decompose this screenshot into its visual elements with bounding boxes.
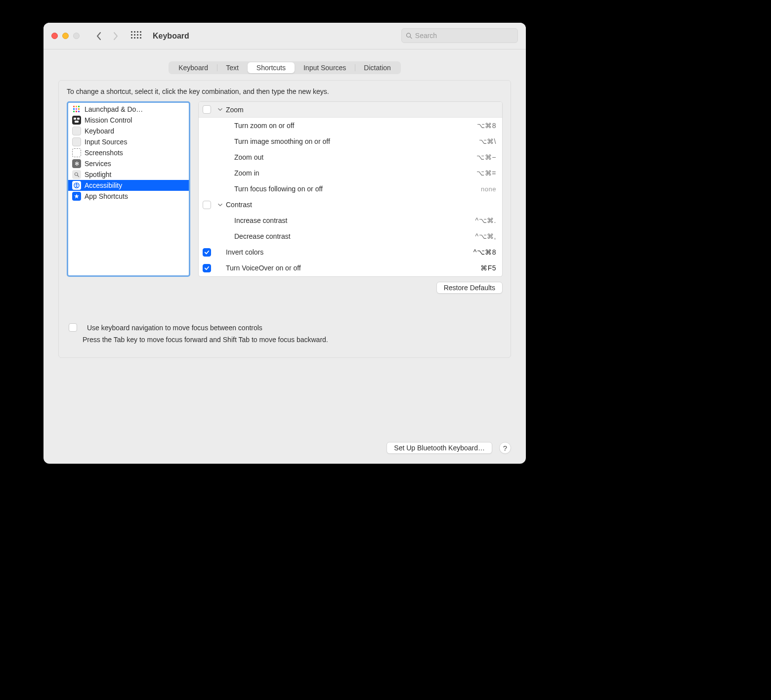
shortcut-key[interactable]: ⌘F5	[480, 264, 496, 272]
shortcut-row[interactable]: Turn zoom on or off ⌥⌘8	[199, 118, 502, 133]
svg-line-6	[78, 175, 79, 177]
launchpad-icon	[72, 105, 81, 114]
svg-line-1	[410, 37, 412, 38]
shortcut-key[interactable]: ^⌥⌘,	[475, 232, 496, 240]
group-contrast-checkbox[interactable]	[203, 201, 211, 209]
shortcut-key[interactable]: ⌥⌘\	[479, 137, 496, 145]
svg-point-8	[76, 183, 77, 184]
shortcut-row-voiceover[interactable]: Turn VoiceOver on or off ⌘F5	[199, 260, 502, 276]
footer: Set Up Bluetooth Keyboard… ?	[386, 442, 511, 454]
traffic-lights	[51, 33, 80, 39]
preferences-window: Keyboard Keyboard Text Shortcuts Input S…	[43, 23, 526, 464]
spotlight-icon	[72, 170, 81, 179]
shortcut-row[interactable]: Turn image smoothing on or off ⌥⌘\	[199, 133, 502, 149]
shortcut-key[interactable]: none	[481, 185, 496, 193]
category-mission-control[interactable]: Mission Control	[68, 115, 189, 126]
shortcut-label: Decrease contrast	[234, 232, 475, 240]
titlebar: Keyboard	[43, 23, 526, 49]
accessibility-icon	[72, 181, 81, 190]
tab-input-sources[interactable]: Input Sources	[295, 62, 355, 73]
shortcut-row[interactable]: Zoom out ⌥⌘−	[199, 149, 502, 165]
invert-colors-checkbox[interactable]	[203, 248, 211, 257]
category-label: Launchpad & Do…	[85, 105, 143, 113]
window-title: Keyboard	[153, 32, 189, 41]
group-zoom-checkbox[interactable]	[203, 105, 211, 114]
group-zoom[interactable]: Zoom	[199, 102, 502, 118]
shortcut-row[interactable]: Increase contrast ^⌥⌘.	[199, 213, 502, 228]
keyboard-navigation-checkbox[interactable]	[69, 323, 77, 332]
show-all-icon[interactable]	[131, 31, 141, 41]
shortcut-key[interactable]: ⌥⌘8	[477, 122, 496, 130]
shortcut-row[interactable]: Zoom in ⌥⌘=	[199, 165, 502, 181]
shortcut-key[interactable]: ⌥⌘−	[476, 153, 496, 161]
category-label: Services	[85, 160, 111, 168]
tab-bar: Keyboard Text Shortcuts Input Sources Di…	[169, 61, 401, 74]
zoom-window-button[interactable]	[73, 33, 80, 39]
svg-rect-3	[77, 118, 80, 120]
shortcut-row-invert-colors[interactable]: Invert colors ^⌥⌘8	[199, 244, 502, 260]
shortcut-label: Increase contrast	[234, 217, 475, 224]
group-contrast[interactable]: Contrast	[199, 197, 502, 213]
category-launchpad[interactable]: Launchpad & Do…	[68, 104, 189, 115]
shortcut-key[interactable]: ^⌥⌘8	[473, 248, 496, 256]
category-list[interactable]: Launchpad & Do… Mission Control Keyboard…	[67, 101, 190, 277]
input-sources-icon	[72, 137, 81, 146]
category-label: Spotlight	[85, 171, 111, 178]
keyboard-navigation-section: Use keyboard navigation to move focus be…	[69, 323, 503, 344]
category-label: Mission Control	[85, 116, 132, 124]
category-label: Input Sources	[85, 138, 127, 146]
shortcut-row[interactable]: Turn focus following on or off none	[199, 181, 502, 197]
mission-control-icon	[72, 116, 81, 125]
shortcut-label: Invert colors	[226, 248, 473, 256]
group-label: Contrast	[226, 201, 496, 209]
shortcut-row[interactable]: Decrease contrast ^⌥⌘,	[199, 228, 502, 244]
disclosure-icon[interactable]	[216, 203, 224, 207]
shortcut-label: Zoom out	[234, 153, 476, 161]
category-spotlight[interactable]: Spotlight	[68, 169, 189, 180]
shortcut-label: Turn focus following on or off	[234, 185, 481, 193]
tab-dictation[interactable]: Dictation	[355, 62, 399, 73]
category-keyboard[interactable]: Keyboard	[68, 126, 189, 136]
keyboard-navigation-sub: Press the Tab key to move focus forward …	[83, 336, 503, 344]
setup-bluetooth-button[interactable]: Set Up Bluetooth Keyboard…	[386, 442, 492, 454]
restore-defaults-button[interactable]: Restore Defaults	[436, 282, 503, 294]
category-screenshots[interactable]: Screenshots	[68, 147, 189, 158]
category-services[interactable]: ✻ Services	[68, 158, 189, 169]
nav-back-button[interactable]	[95, 31, 102, 42]
minimize-window-button[interactable]	[62, 33, 69, 39]
group-label: Zoom	[226, 106, 496, 114]
search-field[interactable]	[401, 28, 518, 43]
svg-rect-2	[74, 118, 76, 120]
close-window-button[interactable]	[51, 33, 58, 39]
category-input-sources[interactable]: Input Sources	[68, 136, 189, 147]
shortcut-label: Turn image smoothing on or off	[234, 137, 479, 145]
screenshots-icon	[72, 148, 81, 157]
tab-keyboard[interactable]: Keyboard	[170, 62, 217, 73]
category-label: Keyboard	[85, 127, 114, 135]
hint-text: To change a shortcut, select it, click t…	[67, 88, 503, 95]
tab-text[interactable]: Text	[217, 62, 248, 73]
category-accessibility[interactable]: Accessibility	[68, 180, 189, 191]
disclosure-icon[interactable]	[216, 107, 224, 112]
search-input[interactable]	[415, 32, 514, 40]
shortcut-key[interactable]: ^⌥⌘.	[475, 217, 496, 224]
split-view: Launchpad & Do… Mission Control Keyboard…	[67, 101, 503, 277]
voiceover-checkbox[interactable]	[203, 264, 211, 272]
category-app-shortcuts[interactable]: App Shortcuts	[68, 191, 189, 202]
help-button[interactable]: ?	[499, 442, 511, 454]
shortcut-key[interactable]: ⌥⌘=	[476, 169, 496, 177]
shortcuts-panel: To change a shortcut, select it, click t…	[58, 80, 511, 358]
shortcut-label: Turn VoiceOver on or off	[226, 264, 480, 272]
tab-shortcuts[interactable]: Shortcuts	[248, 62, 295, 73]
keyboard-icon	[72, 127, 81, 135]
shortcut-label: Zoom in	[234, 169, 476, 177]
app-shortcuts-icon	[72, 192, 81, 201]
category-label: Accessibility	[85, 181, 122, 189]
search-icon	[406, 32, 412, 39]
nav-forward-button[interactable]	[112, 31, 119, 42]
category-label: Screenshots	[85, 149, 123, 157]
shortcuts-list[interactable]: Zoom Turn zoom on or off ⌥⌘8 Turn image …	[198, 101, 503, 277]
nav-arrows	[95, 31, 119, 42]
svg-rect-4	[75, 121, 79, 123]
shortcut-label: Turn zoom on or off	[234, 122, 477, 130]
